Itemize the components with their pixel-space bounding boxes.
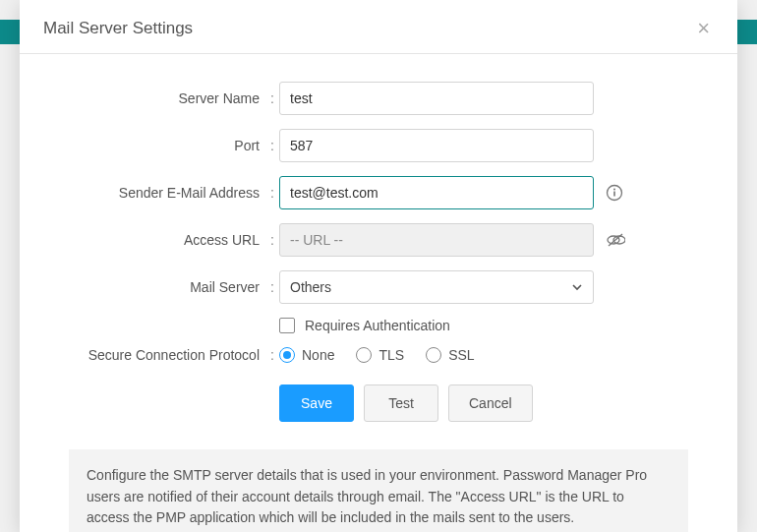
radio-tls-button — [356, 347, 372, 363]
label-sender-email: Sender E-Mail Address — [49, 185, 265, 201]
row-sender-email: Sender E-Mail Address : — [49, 176, 708, 209]
test-button[interactable]: Test — [364, 384, 438, 422]
radio-none[interactable]: None — [279, 347, 334, 363]
svg-point-1 — [613, 189, 615, 191]
requires-auth-checkbox[interactable] — [279, 318, 295, 333]
row-server-name: Server Name : — [49, 82, 708, 115]
row-mail-server: Mail Server : Others — [49, 270, 708, 304]
button-row: Save Test Cancel — [279, 384, 708, 422]
info-icon[interactable] — [606, 184, 623, 202]
radio-none-button — [279, 347, 295, 363]
radio-none-label: None — [302, 347, 334, 363]
sender-email-input[interactable] — [279, 176, 594, 209]
row-access-url: Access URL : — [49, 223, 708, 257]
row-secure-protocol: Secure Connection Protocol : None TLS SS… — [49, 347, 708, 363]
mail-server-settings-modal: Mail Server Settings × Server Name : Por… — [20, 0, 737, 532]
close-icon[interactable]: × — [693, 18, 714, 39]
requires-auth-label: Requires Authentication — [305, 318, 450, 333]
label-server-name: Server Name — [49, 90, 265, 106]
label-secure-protocol: Secure Connection Protocol — [49, 347, 265, 363]
access-url-input — [279, 223, 594, 257]
row-requires-auth: Requires Authentication — [279, 318, 708, 333]
port-input[interactable] — [279, 129, 594, 162]
label-mail-server: Mail Server — [49, 279, 265, 295]
label-port: Port — [49, 138, 265, 153]
chevron-down-icon — [571, 281, 583, 293]
svg-rect-2 — [613, 192, 615, 197]
label-access-url: Access URL — [49, 232, 265, 248]
mail-server-select[interactable]: Others — [279, 270, 594, 304]
server-name-input[interactable] — [279, 82, 594, 115]
save-button[interactable]: Save — [279, 384, 354, 422]
radio-tls[interactable]: TLS — [356, 347, 404, 363]
secure-protocol-radio-group: None TLS SSL — [279, 347, 475, 363]
row-port: Port : — [49, 129, 708, 162]
modal-header: Mail Server Settings × — [20, 0, 737, 54]
cancel-button[interactable]: Cancel — [448, 384, 533, 422]
modal-title: Mail Server Settings — [43, 19, 193, 38]
radio-ssl-label: SSL — [448, 347, 474, 363]
modal-body: Server Name : Port : Sender E-Mail Addre… — [20, 54, 737, 532]
mail-server-selected: Others — [290, 279, 331, 295]
radio-ssl-button — [426, 347, 441, 363]
radio-ssl[interactable]: SSL — [426, 347, 474, 363]
radio-tls-label: TLS — [378, 347, 404, 363]
help-text: Configure the SMTP server details that i… — [69, 449, 688, 532]
hidden-icon[interactable] — [606, 232, 625, 248]
